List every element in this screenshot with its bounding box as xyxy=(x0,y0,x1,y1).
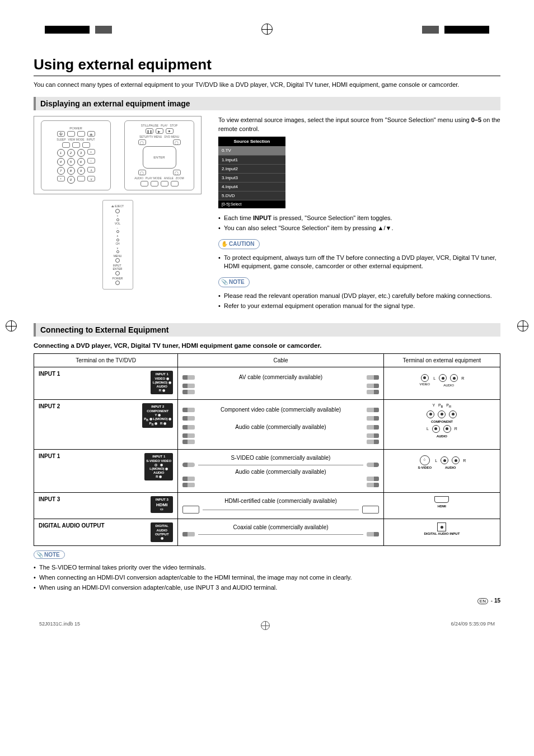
menu-item: 0.TV xyxy=(218,146,285,155)
note-list: Please read the relevant operation manua… xyxy=(218,292,500,310)
menu-footer: [0-5]:Select xyxy=(218,200,285,208)
connection-table: Terminal on the TV/DVD Cable Terminal on… xyxy=(34,353,500,546)
table-header: Cable xyxy=(178,354,384,367)
timestamp: 6/24/09 5:35:09 PM xyxy=(451,621,495,630)
registration-target-left-icon xyxy=(6,320,17,332)
registration-target-icon xyxy=(261,24,273,35)
note-item: When using an HDMI-DVI conversion adapte… xyxy=(34,584,500,592)
hdmi-plug-icon xyxy=(362,506,379,514)
bottom-note-list: The S-VIDEO terminal takes priority over… xyxy=(34,563,500,592)
hand-icon: ✋ xyxy=(221,240,228,248)
source-selection-menu: Source Selection 0.TV 1.Input1 2.Input2 … xyxy=(218,137,285,208)
menu-title: Source Selection xyxy=(218,137,285,146)
pin-icon: 📎 xyxy=(221,278,228,286)
table-row: DIGITAL AUDIO OUTPUT DIGITALAUDIOOUTPUT◉… xyxy=(34,519,500,546)
pin-icon: 📎 xyxy=(36,552,43,558)
input1-svideo-port-icon: INPUT 1S-VIDEO VIDEO◎ ◉L(MONO) ◉AUDIOR ◉ xyxy=(144,453,173,480)
menu-item: 5.DVD xyxy=(218,192,285,200)
audio-r-jack-icon xyxy=(443,425,451,433)
bullet-item: Each time INPUT is pressed, "Source Sele… xyxy=(218,214,500,222)
pb-jack-icon xyxy=(438,410,446,418)
caution-list: To protect equipment, always turn off th… xyxy=(218,254,500,270)
menu-item: 4.Input4 xyxy=(218,183,285,192)
registration-target-bottom-icon xyxy=(261,621,270,630)
menu-item: 1.Input1 xyxy=(218,156,285,165)
hdmi-plug-icon xyxy=(182,506,199,514)
remote-control-diagram: POWER ⏻⏏ SLEEPVIEW MODEINPUT 123+ 456− 7… xyxy=(34,116,202,194)
intro-text: You can connect many types of external e… xyxy=(34,81,500,89)
note-item: Refer to your external equipment operati… xyxy=(218,302,500,310)
page-number: EN - 15 xyxy=(34,598,500,604)
section-heading-display: Displaying an external equipment image xyxy=(34,97,500,110)
source-selection-paragraph: To view external source images, select t… xyxy=(218,116,500,133)
bullet-list: Each time INPUT is pressed, "Source Sele… xyxy=(218,214,500,232)
note-item: When connecting an HDMI-DVI conversion a… xyxy=(34,573,500,582)
registration-marks-top xyxy=(34,22,500,39)
input2-component-port-icon: INPUT 2COMPONENTY ◉PB ◉ L(MONO) ◉PR ◉ R … xyxy=(142,403,173,428)
print-footer: 52J0131C.indb 15 6/24/09 5:35:09 PM xyxy=(34,621,500,630)
menu-item: 2.Input2 xyxy=(218,165,285,174)
remote-numeric-pad-icon: POWER ⏻⏏ SLEEPVIEW MODEINPUT 123+ 456− 7… xyxy=(41,120,111,190)
remote-nav-pad-icon: STILL/PAUSEPLAYSTOP ❚❚▶■ SETUP/TV MENUDV… xyxy=(124,120,194,190)
audio-r-jack-icon xyxy=(450,374,458,382)
digital-audio-port-icon: DIGITALAUDIOOUTPUT◉ xyxy=(151,522,173,542)
file-name: 52J0131C.indb 15 xyxy=(39,621,80,630)
table-row: INPUT 1 INPUT 1VIDEO ◉L(MONO) ◉AUDIOR ◉ … xyxy=(34,367,500,400)
section-heading-connecting: Connecting to External Equipment xyxy=(34,323,500,337)
audio-r-jack-icon xyxy=(452,456,460,464)
coax-jack-icon xyxy=(437,522,446,531)
audio-l-jack-icon xyxy=(441,456,448,464)
tv-side-panel-icon: ⏏ EJECT + VOL − ∧ CH ∨ MENU INPUTENTER P… xyxy=(102,200,133,290)
pr-jack-icon xyxy=(449,410,457,418)
bullet-item: You can also select "Source Selection" i… xyxy=(218,224,500,232)
audio-l-jack-icon xyxy=(439,374,447,382)
table-row: INPUT 1 INPUT 1S-VIDEO VIDEO◎ ◉L(MONO) ◉… xyxy=(34,450,500,493)
note-tag-bottom: 📎NOTE xyxy=(34,550,65,559)
table-row: INPUT 3 INPUT 3HDMI▭ HDMI-certified cabl… xyxy=(34,493,500,519)
note-tag: 📎NOTE xyxy=(218,277,250,287)
note-item: The S-VIDEO terminal takes priority over… xyxy=(34,563,500,572)
audio-l-jack-icon xyxy=(432,425,440,433)
caution-item: To protect equipment, always turn off th… xyxy=(218,254,500,270)
table-row: INPUT 2 INPUT 2COMPONENTY ◉PB ◉ L(MONO) … xyxy=(34,400,500,450)
menu-item: 3.Input3 xyxy=(218,174,285,183)
connecting-subheading: Connecting a DVD player, VCR, Digital TV… xyxy=(34,342,500,349)
note-item: Please read the relevant operation manua… xyxy=(218,292,500,300)
hdmi-port-icon xyxy=(434,496,449,503)
input3-hdmi-port-icon: INPUT 3HDMI▭ xyxy=(151,496,173,513)
table-header: Terminal on external equipment xyxy=(383,354,500,367)
registration-target-right-icon xyxy=(517,320,528,332)
input1-av-port-icon: INPUT 1VIDEO ◉L(MONO) ◉AUDIOR ◉ xyxy=(151,371,173,394)
svideo-jack-icon: ⁘ xyxy=(420,455,430,465)
page-title: Using external equipment xyxy=(34,56,500,76)
video-jack-icon xyxy=(421,374,429,382)
y-jack-icon xyxy=(427,410,434,418)
table-header: Terminal on the TV/DVD xyxy=(34,354,178,367)
caution-tag: ✋CAUTION xyxy=(218,239,260,249)
